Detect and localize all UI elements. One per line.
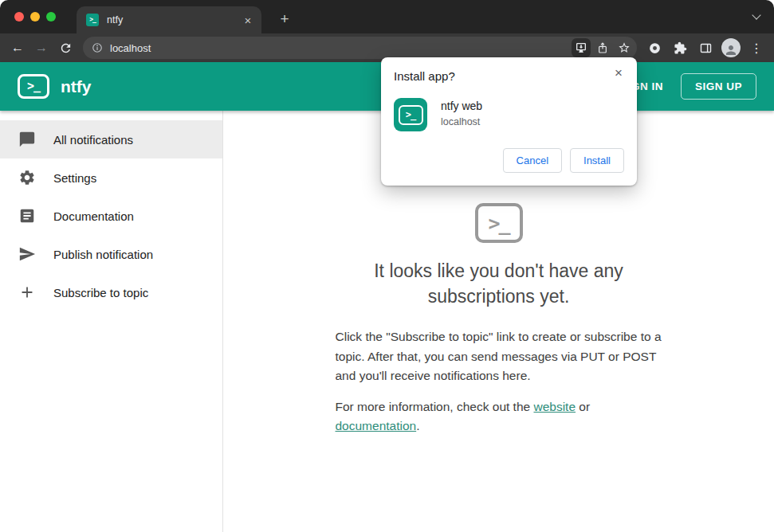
zoom-window-button[interactable]: [46, 12, 56, 22]
reload-icon: [59, 41, 73, 55]
install-app-dialog: Install app? × >_ ntfy web localhost Can…: [381, 57, 637, 186]
tab-title: ntfy: [107, 14, 241, 25]
more-info-text: For more information, check out the webs…: [336, 397, 662, 436]
close-window-button[interactable]: [14, 12, 24, 22]
person-icon: [724, 43, 738, 57]
browser-tab-ntfy[interactable]: >_ ntfy ×: [77, 6, 261, 33]
install-button[interactable]: Install: [570, 148, 624, 173]
avatar: [721, 38, 741, 57]
more-info-prefix: For more information, check out the: [336, 400, 534, 413]
toolbar-right-icons: ⋮: [643, 37, 768, 59]
gear-icon: [18, 169, 36, 186]
extension-badge-button[interactable]: [643, 37, 666, 59]
sign-up-button[interactable]: SIGN UP: [681, 73, 756, 100]
extension-badge-icon: [648, 41, 662, 55]
dialog-close-icon[interactable]: ×: [611, 65, 627, 81]
more-info-or: or: [576, 400, 590, 413]
sidebar: All notifications Settings Documentation…: [0, 111, 223, 532]
article-icon: [18, 207, 36, 225]
share-icon: [596, 41, 609, 54]
sidebar-item-all-notifications[interactable]: All notifications: [0, 120, 222, 158]
ntfy-favicon-icon: >_: [86, 14, 99, 26]
sidebar-item-label: Settings: [53, 171, 96, 185]
empty-state-glyph: >_: [488, 213, 509, 233]
install-dialog-meta: ntfy web localhost: [441, 98, 482, 131]
ntfy-app-icon-glyph: >_: [406, 110, 415, 119]
address-bar[interactable]: localhost: [83, 37, 637, 59]
star-icon: [618, 41, 631, 54]
extensions-menu-button[interactable]: [669, 37, 691, 59]
profile-button[interactable]: [720, 37, 742, 59]
browser-titlebar: >_ ntfy × +: [0, 0, 774, 33]
chat-bubble-icon: [18, 131, 36, 148]
url-text: localhost: [110, 42, 569, 54]
install-dialog-title: Install app?: [394, 69, 624, 83]
share-button[interactable]: [593, 38, 612, 57]
sidebar-item-settings[interactable]: Settings: [0, 158, 222, 197]
sidebar-item-publish-notification[interactable]: Publish notification: [0, 235, 222, 273]
puzzle-icon: [674, 41, 687, 55]
send-icon: [18, 245, 36, 263]
cancel-button[interactable]: Cancel: [503, 148, 562, 173]
empty-state-body: Click the "Subscribe to topic" link to c…: [336, 327, 662, 385]
browser-menu-button[interactable]: ⋮: [745, 37, 768, 59]
plus-icon: [18, 284, 36, 301]
ntfy-app-icon-frame: >_: [399, 105, 423, 125]
empty-state-title: It looks like you don't have any subscri…: [332, 259, 666, 309]
sidebar-item-label: Documentation: [53, 209, 134, 223]
minimize-window-button[interactable]: [30, 12, 40, 22]
ntfy-logo-glyph: >_: [27, 80, 40, 92]
sidebar-item-documentation[interactable]: Documentation: [0, 197, 222, 235]
bookmark-star-button[interactable]: [615, 38, 634, 57]
install-icon: [575, 41, 587, 54]
install-app-toolbar-button[interactable]: [572, 38, 591, 57]
sidebar-item-label: Publish notification: [53, 248, 153, 261]
ntfy-logo-icon: >_: [18, 74, 49, 99]
install-dialog-body: >_ ntfy web localhost: [394, 98, 624, 131]
new-tab-button[interactable]: +: [274, 9, 295, 29]
sidebar-item-label: All notifications: [53, 133, 133, 147]
site-info-icon[interactable]: [92, 42, 103, 53]
sidebar-item-label: Subscribe to topic: [53, 286, 148, 299]
tab-search-chevron-icon[interactable]: [752, 10, 760, 19]
documentation-link[interactable]: documentation: [336, 419, 417, 432]
browser-window: >_ ntfy × + ← → localhost: [0, 0, 774, 532]
website-link[interactable]: website: [533, 400, 576, 413]
ntfy-favicon-glyph: >_: [89, 17, 96, 23]
reload-button[interactable]: [54, 37, 77, 59]
side-panel-icon: [699, 41, 713, 55]
window-controls: [14, 12, 56, 22]
sidebar-item-subscribe-to-topic[interactable]: Subscribe to topic: [0, 273, 222, 311]
install-app-name: ntfy web: [441, 100, 482, 112]
tab-close-icon[interactable]: ×: [241, 13, 255, 27]
app-title: ntfy: [61, 77, 92, 96]
more-info-suffix: .: [416, 419, 419, 432]
install-app-origin: localhost: [441, 116, 482, 127]
forward-button[interactable]: →: [30, 37, 53, 59]
ntfy-app-icon: >_: [394, 98, 427, 131]
side-panel-button[interactable]: [694, 37, 717, 59]
ntfy-empty-state-icon: >_: [475, 203, 523, 243]
install-dialog-actions: Cancel Install: [394, 148, 624, 173]
back-button[interactable]: ←: [6, 37, 29, 59]
